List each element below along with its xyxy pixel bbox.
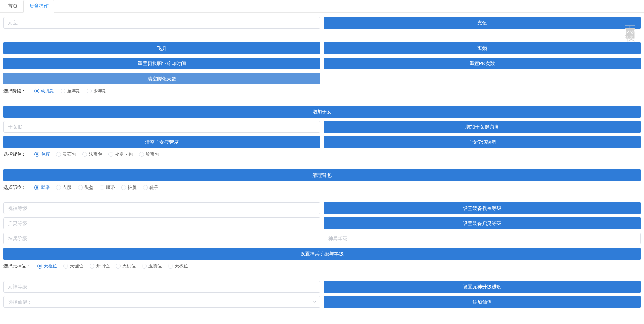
yuanshen-radio-3[interactable]: 天机位: [116, 263, 136, 269]
yuanshen-label: 选择元神位：: [3, 263, 30, 269]
recharge-button[interactable]: 充值: [324, 17, 641, 29]
yuanshen-radio-2[interactable]: 开阳位: [90, 263, 110, 269]
bag-radio-label: 法宝包: [89, 151, 102, 158]
part-radio-3[interactable]: 腰带: [100, 184, 115, 191]
stage-radio-2[interactable]: 少年期: [87, 88, 107, 94]
add-child-health-button[interactable]: 增加子女健康度: [324, 121, 641, 133]
part-radio-1[interactable]: 衣服: [56, 184, 72, 191]
part-radio-label: 衣服: [63, 184, 72, 191]
divorce-button[interactable]: 离婚: [324, 42, 641, 54]
yuanshen-radio-label: 天机位: [122, 263, 136, 269]
set-yuanshen-progress-button[interactable]: 设置元神升级进度: [324, 281, 641, 293]
bless-level-input[interactable]: [3, 202, 320, 214]
yuanshen-radio-5[interactable]: 天权位: [168, 263, 188, 269]
reset-pk-button[interactable]: 重置PK次数: [324, 58, 641, 69]
weapon-level-input[interactable]: [324, 233, 641, 244]
bag-radio-label: 灵石包: [63, 151, 76, 158]
reset-job-cd-button[interactable]: 重置切换职业冷却时间: [3, 58, 320, 69]
tab-ops[interactable]: 后台操作: [23, 0, 54, 13]
part-radio-row: 选择部位： 武器衣服头盔腰带护腕鞋子: [3, 184, 641, 191]
part-label: 选择部位：: [3, 184, 28, 191]
radio-dot-icon: [61, 89, 65, 93]
radio-dot-icon: [143, 185, 148, 190]
weapon-stage-input[interactable]: [3, 233, 320, 244]
child-id-input[interactable]: [3, 121, 320, 133]
radio-dot-icon: [78, 185, 83, 190]
yuanshen-radio-label: 天璇位: [70, 263, 83, 269]
part-radio-label: 武器: [41, 184, 50, 191]
radio-dot-icon: [56, 152, 61, 157]
yuanshen-level-input[interactable]: [3, 281, 320, 293]
clear-bag-button[interactable]: 清理背包: [3, 169, 641, 181]
radio-dot-icon: [82, 152, 87, 157]
radio-dot-icon: [108, 152, 113, 157]
bag-radio-3[interactable]: 变身卡包: [108, 151, 133, 158]
yuanshen-radio-row: 选择元神位： 天枢位天璇位开阳位天机位玉衡位天权位: [3, 263, 641, 269]
yuanshen-radio-label: 天枢位: [44, 263, 57, 269]
clear-hatch-button[interactable]: 清空孵化天数: [3, 73, 320, 84]
radio-dot-icon: [37, 264, 42, 269]
radio-dot-icon: [63, 264, 68, 269]
part-radio-group: 武器衣服头盔腰带护腕鞋子: [34, 184, 158, 191]
radio-dot-icon: [56, 185, 61, 190]
stage-radio-group: 幼儿期童年期少年期: [34, 88, 107, 94]
part-radio-label: 头盔: [84, 184, 93, 191]
radio-dot-icon: [34, 185, 39, 190]
set-weapon-stage-level-button[interactable]: 设置神兵阶级与等级: [3, 248, 641, 260]
part-radio-2[interactable]: 头盔: [78, 184, 93, 191]
yuanshen-radio-0[interactable]: 天枢位: [37, 263, 57, 269]
yuanshen-radio-label: 玉衡位: [148, 263, 162, 269]
stage-radio-1[interactable]: 童年期: [61, 88, 81, 94]
yuanshen-radio-label: 开阳位: [96, 263, 110, 269]
stage-radio-label: 幼儿期: [41, 88, 54, 94]
part-radio-0[interactable]: 武器: [34, 184, 50, 191]
radio-dot-icon: [168, 264, 173, 269]
add-child-button[interactable]: 增加子女: [3, 106, 641, 118]
radio-dot-icon: [87, 89, 92, 93]
radio-dot-icon: [34, 89, 39, 93]
radio-dot-icon: [121, 185, 126, 190]
stage-radio-label: 少年期: [93, 88, 107, 94]
tab-home[interactable]: 首页: [2, 0, 23, 13]
radio-dot-icon: [34, 152, 39, 157]
child-full-course-button[interactable]: 子女学满课程: [324, 136, 641, 148]
radio-dot-icon: [139, 152, 144, 157]
add-partner-button[interactable]: 添加仙侣: [324, 296, 641, 308]
spirit-level-input[interactable]: [3, 217, 320, 229]
part-radio-label: 护腕: [128, 184, 137, 191]
stage-radio-row: 选择阶段： 幼儿期童年期少年期: [3, 88, 641, 94]
radio-dot-icon: [116, 264, 121, 269]
part-radio-4[interactable]: 护腕: [121, 184, 137, 191]
stage-radio-0[interactable]: 幼儿期: [34, 88, 54, 94]
bag-radio-group: 包裹灵石包法宝包变身卡包珍宝包: [34, 151, 159, 158]
bag-radio-row: 选择背包： 包裹灵石包法宝包变身卡包珍宝包: [3, 151, 641, 158]
radio-dot-icon: [100, 185, 104, 190]
part-radio-5[interactable]: 鞋子: [143, 184, 158, 191]
yuanshen-radio-1[interactable]: 天璇位: [63, 263, 83, 269]
part-radio-label: 鞋子: [149, 184, 158, 191]
bag-label: 选择背包：: [3, 151, 28, 158]
bag-radio-1[interactable]: 灵石包: [56, 151, 76, 158]
radio-dot-icon: [142, 264, 147, 269]
set-equip-spirit-button[interactable]: 设置装备启灵等级: [324, 217, 641, 229]
bag-radio-0[interactable]: 包裹: [34, 151, 50, 158]
partner-select[interactable]: 选择仙侣：: [3, 296, 320, 308]
yuanbao-input[interactable]: [3, 17, 320, 29]
bag-radio-2[interactable]: 法宝包: [82, 151, 102, 158]
clear-child-fatigue-button[interactable]: 清空子女疲劳度: [3, 136, 320, 148]
radio-dot-icon: [90, 264, 94, 269]
part-radio-label: 腰带: [106, 184, 115, 191]
bag-radio-label: 变身卡包: [115, 151, 133, 158]
bag-radio-4[interactable]: 珍宝包: [139, 151, 159, 158]
yuanshen-radio-label: 天权位: [175, 263, 188, 269]
yuanshen-radio-group: 天枢位天璇位开阳位天机位玉衡位天权位: [37, 263, 188, 269]
set-equip-bless-button[interactable]: 设置装备祝福等级: [324, 202, 641, 214]
bag-radio-label: 珍宝包: [146, 151, 159, 158]
ascend-button[interactable]: 飞升: [3, 42, 320, 54]
tab-bar: 首页 后台操作: [0, 0, 644, 13]
stage-radio-label: 童年期: [67, 88, 81, 94]
stage-label: 选择阶段：: [3, 88, 28, 94]
yuanshen-radio-4[interactable]: 玉衡位: [142, 263, 162, 269]
bag-radio-label: 包裹: [41, 151, 50, 158]
